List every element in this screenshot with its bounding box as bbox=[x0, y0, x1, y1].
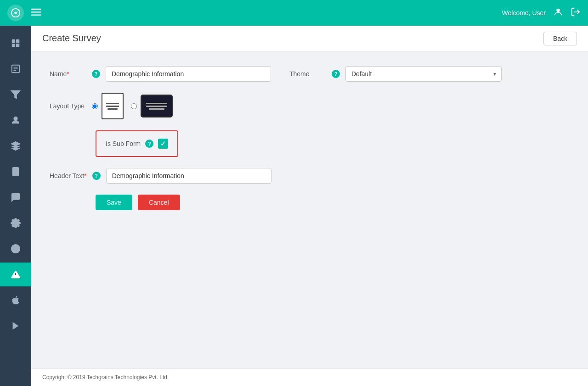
sub-form-label: Is Sub Form bbox=[106, 140, 141, 147]
sidebar-item-settings[interactable] bbox=[0, 211, 31, 235]
layout-radio-portrait[interactable] bbox=[92, 103, 98, 109]
layout-option-landscape[interactable] bbox=[131, 95, 173, 117]
svg-marker-26 bbox=[13, 322, 19, 330]
theme-label: Theme bbox=[289, 70, 326, 78]
layout-option-portrait[interactable] bbox=[92, 93, 124, 119]
layout-options bbox=[92, 93, 173, 119]
sidebar-item-dashboard[interactable] bbox=[0, 31, 31, 55]
sidebar-item-alert[interactable] bbox=[0, 263, 31, 286]
navbar: Welcome, User bbox=[0, 0, 588, 26]
form-content: Name* ? Theme ? Default Blue Green Dark bbox=[31, 51, 588, 368]
svg-rect-9 bbox=[16, 44, 19, 47]
svg-rect-7 bbox=[16, 39, 19, 43]
layout-icon-portrait bbox=[102, 93, 124, 119]
theme-field: Theme ? Default Blue Green Dark bbox=[289, 66, 502, 82]
svg-rect-3 bbox=[31, 14, 41, 15]
sub-form-checkbox[interactable] bbox=[158, 139, 168, 149]
name-theme-row: Name* ? Theme ? Default Blue Green Dark bbox=[50, 66, 570, 82]
sidebar-item-filter[interactable] bbox=[0, 83, 31, 106]
svg-rect-8 bbox=[12, 44, 15, 47]
theme-help-icon[interactable]: ? bbox=[332, 70, 340, 78]
navbar-left bbox=[7, 5, 41, 21]
sidebar-item-user[interactable] bbox=[0, 108, 31, 132]
menu-icon[interactable] bbox=[31, 7, 41, 19]
svg-rect-6 bbox=[12, 39, 15, 43]
header-text-help-icon[interactable]: ? bbox=[92, 172, 101, 180]
svg-rect-1 bbox=[31, 8, 41, 9]
theme-select-wrapper: Default Blue Green Dark bbox=[345, 66, 502, 82]
line2 bbox=[146, 106, 167, 107]
layout-radio-landscape[interactable] bbox=[131, 103, 137, 109]
welcome-text: Welcome, User bbox=[502, 9, 546, 17]
sub-form-help-icon[interactable]: ? bbox=[145, 140, 153, 148]
main-layout: Create Survey Back Name* ? Theme ? bbox=[0, 26, 588, 386]
back-button[interactable]: Back bbox=[543, 32, 577, 45]
button-row: Save Cancel bbox=[96, 195, 570, 210]
footer-text: Copyright © 2019 Techgrains Technologies… bbox=[42, 374, 169, 380]
content-area: Create Survey Back Name* ? Theme ? bbox=[31, 26, 588, 386]
sidebar-item-layers[interactable] bbox=[0, 134, 31, 158]
sidebar-item-chat[interactable] bbox=[0, 185, 31, 209]
layout-type-label: Layout Type bbox=[50, 102, 86, 110]
save-button[interactable]: Save bbox=[96, 195, 132, 210]
user-icon[interactable] bbox=[553, 7, 563, 19]
name-help-icon[interactable]: ? bbox=[92, 70, 100, 78]
line1 bbox=[106, 103, 119, 104]
line1 bbox=[146, 103, 167, 104]
layout-icon-landscape bbox=[141, 95, 173, 117]
svg-point-15 bbox=[14, 117, 17, 120]
header-text-input[interactable] bbox=[106, 168, 271, 184]
svg-point-4 bbox=[556, 8, 560, 11]
header-text-label: Header Text* bbox=[50, 172, 87, 179]
sidebar-item-apple[interactable] bbox=[0, 288, 31, 312]
line3 bbox=[107, 108, 118, 110]
layout-type-row: Layout Type bbox=[50, 93, 570, 119]
sidebar-item-surveys[interactable] bbox=[0, 57, 31, 81]
svg-marker-16 bbox=[11, 142, 20, 146]
logout-icon[interactable] bbox=[571, 7, 581, 19]
name-input[interactable] bbox=[106, 66, 271, 82]
name-label: Name* bbox=[50, 70, 86, 78]
svg-rect-2 bbox=[31, 11, 41, 12]
sidebar bbox=[0, 26, 31, 386]
page-header: Create Survey Back bbox=[31, 26, 588, 51]
svg-marker-14 bbox=[11, 91, 20, 99]
theme-select[interactable]: Default Blue Green Dark bbox=[345, 66, 502, 82]
line2 bbox=[106, 106, 119, 107]
line3 bbox=[149, 108, 165, 110]
sidebar-item-help[interactable] bbox=[0, 237, 31, 261]
navbar-right: Welcome, User bbox=[502, 7, 581, 19]
footer: Copyright © 2019 Techgrains Technologies… bbox=[31, 368, 588, 386]
header-text-field: Header Text* ? bbox=[50, 168, 271, 184]
app-logo[interactable] bbox=[7, 5, 24, 21]
sidebar-item-page[interactable] bbox=[0, 160, 31, 184]
name-field: Name* ? bbox=[50, 66, 271, 82]
page-title: Create Survey bbox=[42, 33, 101, 44]
cancel-button[interactable]: Cancel bbox=[138, 195, 180, 210]
sidebar-item-play[interactable] bbox=[0, 314, 31, 338]
header-text-row: Header Text* ? bbox=[50, 168, 570, 184]
sub-form-box: Is Sub Form ? bbox=[96, 130, 178, 157]
